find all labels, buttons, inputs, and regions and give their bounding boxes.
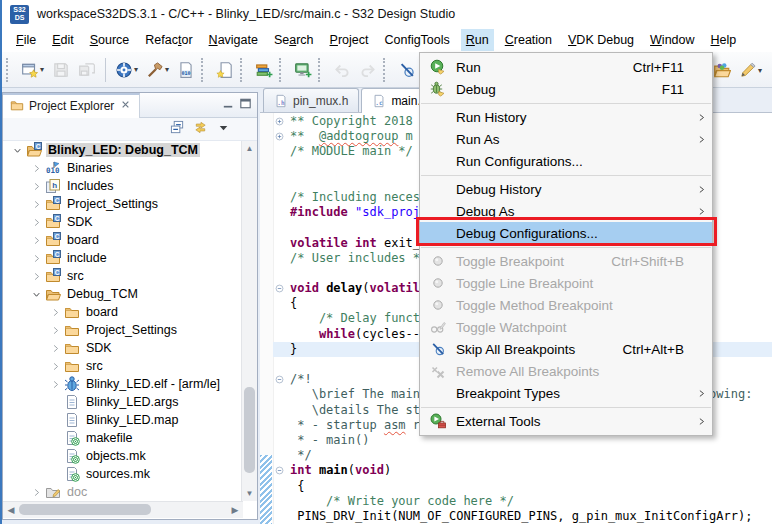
tree-item-objects-mk[interactable]: objects.mk [3,447,257,465]
tree-arrow[interactable] [28,253,44,264]
menu-item-run-history[interactable]: Run History [420,106,712,128]
menu-item-run-as[interactable]: Run As [420,128,712,150]
tree-item-src[interactable]: Csrc [3,267,257,285]
menu-item-toggle-line-breakpoint[interactable]: Toggle Line Breakpoint [420,272,712,294]
tree-item-blinky-led-elf-arm-le[interactable]: Blinky_LED.elf - [arm/le] [3,375,257,393]
tree-item-src[interactable]: src [3,357,257,375]
save-button[interactable] [49,56,73,84]
tree-arrow[interactable] [28,181,44,192]
fold-marker[interactable] [273,374,286,385]
tree-arrow[interactable] [47,361,63,372]
menu-window[interactable]: Window [645,29,699,51]
fold-marker[interactable] [273,116,286,127]
tree-arrow[interactable] [28,289,44,300]
menu-navigate[interactable]: Navigate [204,29,263,51]
open-type-button[interactable] [710,56,734,84]
tree-arrow[interactable] [47,343,63,354]
menu-item-run-configurations[interactable]: Run Configurations... [420,150,712,172]
tree-item-blinky-led-map[interactable]: Blinky_LED.map [3,411,257,429]
tree-arrow[interactable] [28,163,44,174]
tree-arrow[interactable] [28,271,44,282]
new-monitor-button[interactable] [291,56,315,84]
dropdown-arrow-icon[interactable]: ▾ [165,65,169,74]
redo-button[interactable] [356,56,380,84]
fold-marker[interactable] [273,283,286,294]
menu-file[interactable]: File [11,29,41,51]
menu-item-remove-all-breakpoints[interactable]: Remove All Breakpoints [420,360,712,382]
tree-item-project-settings[interactable]: Project_Settings [3,321,257,339]
tree-arrow[interactable] [28,235,44,246]
tree-item-blinky-led-debug-tcm[interactable]: CBlinky_LED: Debug_TCM [3,141,257,159]
tree-item-project-settings[interactable]: CProject_Settings [3,195,257,213]
tree-item-binaries[interactable]: 010Binaries [3,159,257,177]
scroll-up-arrow[interactable]: ▲ [242,141,257,156]
save-all-button[interactable] [75,56,99,84]
skip-all-breakpoints-button[interactable] [395,56,419,84]
menu-item-run[interactable]: RunCtrl+F11 [420,56,712,78]
fold-marker[interactable] [273,465,286,476]
maximize-view-button[interactable] [238,96,253,115]
tree-item-blinky-led-args[interactable]: Blinky_LED.args [3,393,257,411]
tree-item-board[interactable]: board [3,303,257,321]
tree-item-sdk[interactable]: CSDK [3,213,257,231]
view-menu-button[interactable] [216,120,231,139]
editor-tab-pin-mux-h[interactable]: .hpin_mux.h [263,88,359,112]
tab-project-explorer[interactable]: Project Explorer [3,93,140,118]
menu-run[interactable]: Run [461,29,494,51]
horizontal-scroll-thumb[interactable] [19,504,151,515]
dropdown-arrow-icon[interactable]: ▾ [134,65,138,74]
tree-item-sources-mk[interactable]: sources.mk [3,465,257,483]
tree-arrow[interactable] [47,379,63,390]
menu-source[interactable]: Source [85,29,135,51]
tree-item-includes[interactable]: hIncludes [3,177,257,195]
close-view-button[interactable] [119,98,132,114]
build-button[interactable]: ▾ [143,56,172,84]
menu-item-toggle-breakpoint[interactable]: Toggle BreakpointCtrl+Shift+B [420,250,712,272]
link-with-editor-button[interactable] [193,120,208,139]
menu-item-skip-all-breakpoints[interactable]: Skip All BreakpointsCtrl+Alt+B [420,338,712,360]
tree-arrow[interactable] [28,487,44,498]
minimize-view-button[interactable] [221,96,236,115]
new-project-button[interactable] [252,56,276,84]
menu-item-breakpoint-types[interactable]: Breakpoint Types [420,382,712,404]
menu-item-toggle-watchpoint[interactable]: Toggle Watchpoint [420,316,712,338]
binary-file-button[interactable]: 010 [174,56,198,84]
project-tree[interactable]: ▲ ▼ CBlinky_LED: Debug_TCM010BinarieshIn… [3,141,257,501]
dropdown-arrow-icon[interactable]: ▾ [758,66,762,75]
menu-search[interactable]: Search [269,29,319,51]
dropdown-arrow-icon[interactable]: ▾ [40,65,44,74]
tree-arrow[interactable] [9,145,25,156]
scroll-left-arrow[interactable]: ◀ [3,502,19,518]
tree-item-makefile[interactable]: makefile [3,429,257,447]
new-file-button[interactable] [213,56,237,84]
menu-project[interactable]: Project [325,29,374,51]
tree-arrow[interactable] [47,325,63,336]
tree-item-board[interactable]: Cboard [3,231,257,249]
menu-item-debug[interactable]: DebugF11 [420,78,712,100]
scroll-right-arrow[interactable]: ▶ [227,502,243,518]
tree-arrow[interactable] [47,307,63,318]
menu-creation[interactable]: Creation [500,29,557,51]
scroll-down-arrow[interactable]: ▼ [242,486,257,501]
menu-configtools[interactable]: ConfigTools [379,29,454,51]
menu-edit[interactable]: Edit [47,29,79,51]
pen-button[interactable]: ▾ [736,56,765,84]
tree-item-doc[interactable]: doc [3,483,257,501]
menu-item-external-tools[interactable]: External Tools [420,410,712,432]
tree-item-sdk[interactable]: SDK [3,339,257,357]
collapse-all-button[interactable] [170,120,185,139]
new-wizard-button[interactable]: ▾ [18,56,47,84]
tree-arrow[interactable] [28,199,44,210]
menu-help[interactable]: Help [706,29,742,51]
tree-item-debug-tcm[interactable]: Debug_TCM [3,285,257,303]
tree-vertical-scrollbar[interactable]: ▲ ▼ [241,141,257,501]
menu-item-debug-history[interactable]: Debug History [420,178,712,200]
tree-arrow[interactable] [28,217,44,228]
menu-vdk-debug[interactable]: VDK Debug [563,29,639,51]
menu-item-toggle-method-breakpoint[interactable]: Toggle Method Breakpoint [420,294,712,316]
flash-programmer-button[interactable]: ▾ [112,56,141,84]
fold-marker[interactable] [273,131,286,142]
tree-item-include[interactable]: Cinclude [3,249,257,267]
vertical-scroll-thumb[interactable] [244,387,255,473]
undo-button[interactable] [330,56,354,84]
